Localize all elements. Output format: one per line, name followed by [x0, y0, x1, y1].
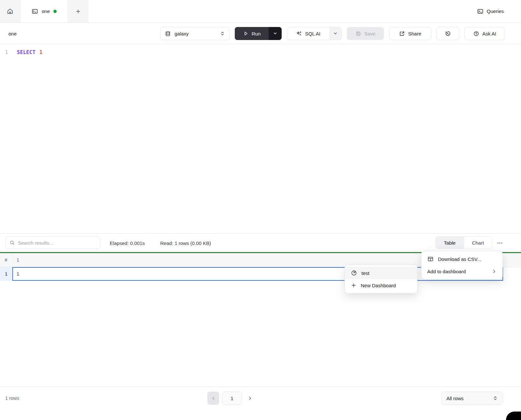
queries-label: Queries — [486, 8, 504, 14]
results-footer: 1 rows 1 All rows — [0, 386, 521, 420]
test-dashboard-label: test — [361, 270, 369, 276]
pie-chart-icon — [351, 270, 357, 276]
menu-item-download-csv[interactable]: Download as CSV... — [421, 253, 502, 265]
database-icon — [165, 31, 171, 37]
results-context-menu: Download as CSV... Add to dashboard — [421, 251, 503, 279]
database-select[interactable]: galaxy — [160, 27, 230, 40]
code-text: SELECT1 — [17, 49, 43, 55]
query-title: one — [8, 23, 17, 44]
new-dashboard-label: New Dashboard — [361, 283, 396, 288]
chevron-updown-icon — [220, 31, 225, 36]
sql-ai-options-button[interactable] — [329, 27, 341, 40]
ask-ai-label: Ask AI — [482, 31, 496, 36]
new-tab-button[interactable] — [68, 0, 88, 22]
plus-icon — [75, 8, 81, 14]
elapsed-stat: Elapsed: 0.001s — [110, 234, 145, 252]
sql-editor[interactable]: 1 SELECT1 — [0, 45, 521, 233]
tab-table-view[interactable]: Table — [436, 237, 464, 249]
share-label: Share — [408, 31, 421, 36]
page-size-select[interactable]: All rows — [441, 392, 503, 405]
grid-index-header: # — [0, 253, 12, 267]
search-results-input[interactable] — [18, 240, 96, 246]
search-results-box — [5, 237, 100, 249]
submenu-item-test-dashboard[interactable]: test — [345, 267, 417, 279]
database-selected-value: galaxy — [175, 31, 189, 36]
sql-literal: 1 — [39, 49, 43, 55]
run-options-button[interactable] — [269, 27, 282, 40]
ask-ai-button[interactable]: Ask AI — [464, 27, 505, 40]
add-to-dashboard-label: Add to dashboard — [427, 269, 466, 274]
chevron-down-icon — [333, 31, 338, 36]
query-toolbar: one galaxy — [0, 23, 521, 44]
chevron-updown-icon — [493, 396, 498, 401]
row-index-cell[interactable]: 1 — [0, 267, 12, 281]
chevron-right-icon — [492, 269, 497, 274]
current-page-button[interactable]: 1 — [222, 392, 242, 405]
rows-count: 1 rows — [5, 392, 19, 405]
submenu-item-new-dashboard[interactable]: New Dashboard — [345, 279, 417, 291]
page-size-value: All rows — [446, 396, 464, 401]
line-number: 1 — [0, 49, 13, 55]
terminal-icon — [477, 8, 484, 15]
sql-keyword: SELECT — [17, 49, 35, 55]
toolbar-controls: galaxy Run — [160, 27, 505, 40]
history-icon — [444, 30, 451, 37]
share-button[interactable]: Share — [389, 27, 431, 40]
view-toggle: Table Chart — [435, 237, 492, 249]
sql-ai-label: SQL AI — [305, 31, 320, 36]
results-toolbar: Elapsed: 0.001s Read: 1 rows (0.00 KB) T… — [0, 233, 521, 252]
tab-chart-view[interactable]: Chart — [464, 237, 492, 249]
run-label: Run — [252, 31, 261, 36]
tab-one[interactable]: one — [21, 0, 68, 22]
share-icon — [399, 31, 405, 37]
menu-item-add-to-dashboard[interactable]: Add to dashboard — [421, 265, 502, 278]
save-button[interactable]: Save — [347, 27, 384, 40]
next-page-button[interactable] — [247, 396, 252, 401]
pagination: 1 — [207, 392, 252, 405]
queries-button[interactable]: Queries — [477, 0, 504, 22]
table-grid-icon — [427, 256, 434, 262]
save-icon — [355, 31, 361, 37]
chevron-down-icon — [273, 31, 277, 36]
sparkles-icon — [296, 31, 302, 37]
unsaved-status-dot — [53, 10, 57, 13]
sql-ai-button-group: SQL AI — [287, 27, 342, 40]
run-button[interactable]: Run — [235, 27, 269, 40]
code-line: 1 SELECT1 — [0, 45, 521, 55]
sql-ai-button[interactable]: SQL AI — [287, 27, 329, 40]
chevron-left-icon — [211, 396, 216, 401]
tab-label: one — [42, 8, 50, 14]
home-button[interactable] — [0, 0, 21, 22]
read-stat: Read: 1 rows (0.00 KB) — [160, 234, 211, 252]
plus-icon — [351, 282, 357, 288]
search-icon — [9, 240, 15, 246]
ellipsis-icon — [497, 240, 503, 246]
play-icon — [243, 31, 249, 36]
save-label: Save — [364, 31, 375, 36]
chevron-right-icon — [247, 396, 252, 401]
home-icon — [7, 8, 14, 15]
results-more-button[interactable] — [496, 239, 504, 247]
history-button[interactable] — [436, 27, 459, 40]
help-circle-icon — [473, 31, 479, 37]
download-csv-label: Download as CSV... — [438, 256, 481, 262]
run-button-group: Run — [235, 27, 282, 40]
dashboard-submenu: test New Dashboard — [345, 265, 417, 293]
previous-page-button[interactable] — [207, 392, 219, 405]
terminal-icon — [32, 8, 38, 15]
tab-bar: one Queries — [0, 0, 521, 23]
